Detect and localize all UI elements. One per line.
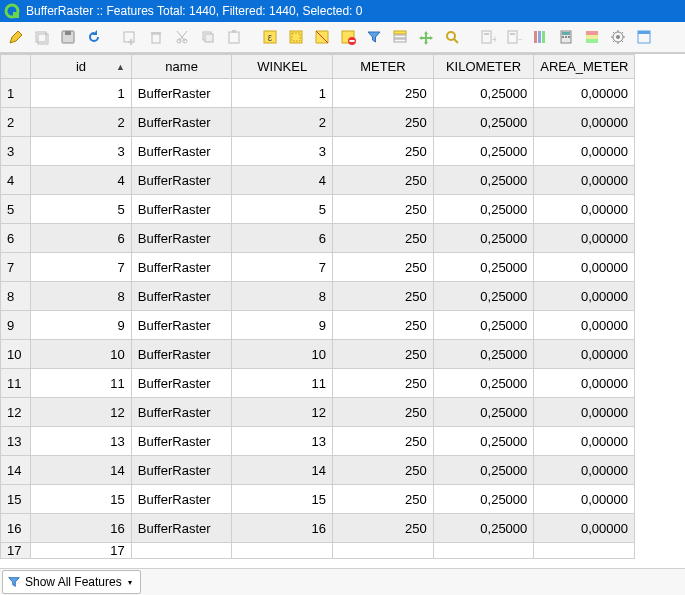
- column-header-name[interactable]: name: [131, 55, 232, 79]
- table-row[interactable]: 11BufferRaster12500,250000,00000: [1, 79, 635, 108]
- table-row[interactable]: 1313BufferRaster132500,250000,00000: [1, 427, 635, 456]
- cell-id[interactable]: 13: [31, 427, 132, 456]
- select-all-icon[interactable]: [284, 25, 308, 49]
- row-number-header[interactable]: [1, 55, 31, 79]
- cell-kilometer[interactable]: 0,25000: [433, 340, 534, 369]
- filter-icon[interactable]: [362, 25, 386, 49]
- cell-kilometer[interactable]: 0,25000: [433, 282, 534, 311]
- column-headers[interactable]: id▲ name WINKEL METER KILOMETER AREA_MET…: [1, 55, 635, 79]
- cell-winkel[interactable]: 6: [232, 224, 333, 253]
- cell-name[interactable]: BufferRaster: [131, 398, 232, 427]
- row-number[interactable]: 1: [1, 79, 31, 108]
- cell-area-meter[interactable]: 0,00000: [534, 485, 635, 514]
- column-header-winkel[interactable]: WINKEL: [232, 55, 333, 79]
- row-number[interactable]: 6: [1, 224, 31, 253]
- cell-winkel[interactable]: 8: [232, 282, 333, 311]
- cell-id[interactable]: 3: [31, 137, 132, 166]
- cell-id[interactable]: 4: [31, 166, 132, 195]
- deselect-all-icon[interactable]: [336, 25, 360, 49]
- row-number[interactable]: 16: [1, 514, 31, 543]
- cell-name[interactable]: BufferRaster: [131, 282, 232, 311]
- cell-winkel[interactable]: 11: [232, 369, 333, 398]
- cell-meter[interactable]: 250: [333, 79, 434, 108]
- cell-area-meter[interactable]: 0,00000: [534, 253, 635, 282]
- table-row[interactable]: 1717: [1, 543, 635, 559]
- cell-winkel[interactable]: 1: [232, 79, 333, 108]
- cell-winkel[interactable]: 12: [232, 398, 333, 427]
- cell-id[interactable]: 6: [31, 224, 132, 253]
- reload-icon[interactable]: [82, 25, 106, 49]
- cell-name[interactable]: BufferRaster: [131, 79, 232, 108]
- table-row[interactable]: 99BufferRaster92500,250000,00000: [1, 311, 635, 340]
- save-edits-icon[interactable]: [56, 25, 80, 49]
- table-row[interactable]: 1515BufferRaster152500,250000,00000: [1, 485, 635, 514]
- cell-meter[interactable]: 250: [333, 137, 434, 166]
- actions-icon[interactable]: [606, 25, 630, 49]
- cell-winkel[interactable]: 15: [232, 485, 333, 514]
- move-selection-to-top-icon[interactable]: [388, 25, 412, 49]
- cell-meter[interactable]: 250: [333, 108, 434, 137]
- toggle-editing-icon[interactable]: [4, 25, 28, 49]
- dock-icon[interactable]: [632, 25, 656, 49]
- cell-id[interactable]: 11: [31, 369, 132, 398]
- row-number[interactable]: 9: [1, 311, 31, 340]
- cell-meter[interactable]: 250: [333, 224, 434, 253]
- cell-area-meter[interactable]: 0,00000: [534, 224, 635, 253]
- cell-area-meter[interactable]: 0,00000: [534, 427, 635, 456]
- cell-id[interactable]: 8: [31, 282, 132, 311]
- new-field-icon[interactable]: +: [476, 25, 500, 49]
- row-number[interactable]: 4: [1, 166, 31, 195]
- attribute-table[interactable]: id▲ name WINKEL METER KILOMETER AREA_MET…: [0, 53, 685, 568]
- show-all-features-button[interactable]: Show All Features ▾: [2, 570, 141, 594]
- cell-area-meter[interactable]: 0,00000: [534, 282, 635, 311]
- table-row[interactable]: 44BufferRaster42500,250000,00000: [1, 166, 635, 195]
- cell-meter[interactable]: 250: [333, 456, 434, 485]
- cell-name[interactable]: BufferRaster: [131, 311, 232, 340]
- cell-name[interactable]: BufferRaster: [131, 456, 232, 485]
- cell-meter[interactable]: 250: [333, 427, 434, 456]
- cell-kilometer[interactable]: 0,25000: [433, 253, 534, 282]
- cell-name[interactable]: BufferRaster: [131, 514, 232, 543]
- cell-name[interactable]: BufferRaster: [131, 340, 232, 369]
- cell-meter[interactable]: 250: [333, 195, 434, 224]
- cell-kilometer[interactable]: 0,25000: [433, 514, 534, 543]
- copy-icon[interactable]: [196, 25, 220, 49]
- cell-winkel[interactable]: 9: [232, 311, 333, 340]
- cell-name[interactable]: BufferRaster: [131, 166, 232, 195]
- cell-id[interactable]: 9: [31, 311, 132, 340]
- cell-kilometer[interactable]: 0,25000: [433, 369, 534, 398]
- table-row[interactable]: 66BufferRaster62500,250000,00000: [1, 224, 635, 253]
- zoom-to-selected-icon[interactable]: [440, 25, 464, 49]
- cell-area-meter[interactable]: 0,00000: [534, 398, 635, 427]
- cell-kilometer[interactable]: 0,25000: [433, 137, 534, 166]
- table-row[interactable]: 55BufferRaster52500,250000,00000: [1, 195, 635, 224]
- table-row[interactable]: 1111BufferRaster112500,250000,00000: [1, 369, 635, 398]
- conditional-formatting-icon[interactable]: [580, 25, 604, 49]
- cell-name[interactable]: BufferRaster: [131, 369, 232, 398]
- column-header-id[interactable]: id▲: [31, 55, 132, 79]
- cell-id[interactable]: 12: [31, 398, 132, 427]
- table-row[interactable]: 1010BufferRaster102500,250000,00000: [1, 340, 635, 369]
- table-row[interactable]: 1212BufferRaster122500,250000,00000: [1, 398, 635, 427]
- cell-area-meter[interactable]: 0,00000: [534, 79, 635, 108]
- cell-winkel[interactable]: 10: [232, 340, 333, 369]
- field-calculator-icon[interactable]: [554, 25, 578, 49]
- cut-icon[interactable]: [170, 25, 194, 49]
- cell-area-meter[interactable]: 0,00000: [534, 311, 635, 340]
- row-number[interactable]: 13: [1, 427, 31, 456]
- table-row[interactable]: 77BufferRaster72500,250000,00000: [1, 253, 635, 282]
- row-number[interactable]: 15: [1, 485, 31, 514]
- cell-area-meter[interactable]: 0,00000: [534, 195, 635, 224]
- cell-meter[interactable]: 250: [333, 514, 434, 543]
- cell-id[interactable]: 1: [31, 79, 132, 108]
- row-number[interactable]: 11: [1, 369, 31, 398]
- cell-kilometer[interactable]: 0,25000: [433, 485, 534, 514]
- cell-kilometer[interactable]: 0,25000: [433, 311, 534, 340]
- row-number[interactable]: 3: [1, 137, 31, 166]
- cell-meter[interactable]: 250: [333, 398, 434, 427]
- cell-meter[interactable]: 250: [333, 369, 434, 398]
- cell-id[interactable]: 10: [31, 340, 132, 369]
- cell-id[interactable]: 15: [31, 485, 132, 514]
- toggle-multi-edit-icon[interactable]: [30, 25, 54, 49]
- cell-meter[interactable]: 250: [333, 166, 434, 195]
